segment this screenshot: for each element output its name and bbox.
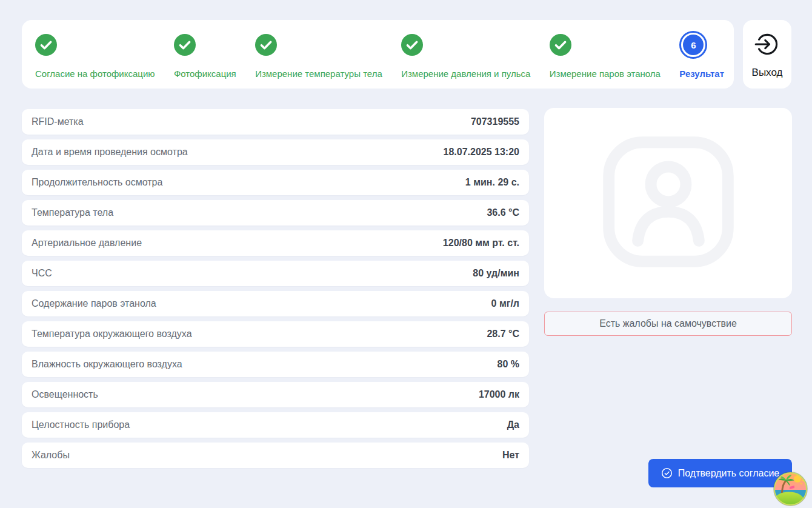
- active-step-circle: 6: [679, 31, 707, 59]
- result-row-label: ЧСС: [32, 268, 52, 279]
- result-row-value: Да: [507, 419, 519, 430]
- result-row-value: 1 мин. 29 с.: [465, 177, 519, 188]
- step-label: Результат: [679, 69, 724, 79]
- stepper-step-photo: Фотофиксация: [174, 30, 236, 89]
- stepper-step-consent: Согласие на фотофиксацию: [35, 30, 155, 89]
- result-row-label: Жалобы: [32, 450, 70, 461]
- result-row-label: Артериальное давление: [32, 238, 142, 249]
- result-row-value: 28.7 °C: [487, 329, 519, 339]
- user-photo-placeholder-icon: [592, 125, 745, 281]
- table-row: Артериальное давление 120/80 мм рт. ст.: [22, 230, 529, 256]
- result-row-label: Продолжительность осмотра: [32, 177, 162, 188]
- step-label: Измерение паров этанола: [550, 69, 661, 79]
- complaints-button[interactable]: Есть жалобы на самочувствие: [544, 312, 792, 336]
- exit-label: Выход: [752, 67, 783, 79]
- tropical-island-icon[interactable]: [773, 472, 808, 506]
- result-row-label: RFID-метка: [32, 116, 84, 127]
- table-row: RFID-метка 707319555: [22, 109, 529, 135]
- check-circle-icon: [255, 34, 277, 56]
- check-circle-icon: [174, 34, 196, 56]
- result-row-label: Влажность окружающего воздуха: [32, 359, 182, 370]
- confirm-consent-button[interactable]: Подтвердить согласие: [648, 459, 792, 487]
- logout-icon: [754, 31, 780, 60]
- table-row: Дата и время проведения осмотра 18.07.20…: [22, 139, 529, 165]
- table-row: Температура тела 36.6 °C: [22, 200, 529, 226]
- result-row-value: 36.6 °C: [487, 207, 519, 218]
- step-label: Фотофиксация: [174, 69, 236, 79]
- table-row: ЧСС 80 уд/мин: [22, 261, 529, 286]
- step-label: Согласие на фотофиксацию: [35, 69, 155, 79]
- result-row-label: Температура тела: [32, 207, 113, 218]
- stepper-card: Согласие на фотофиксацию Фотофиксация Из…: [22, 20, 734, 89]
- result-row-label: Температура окружающего воздуха: [32, 329, 192, 339]
- table-row: Целостность прибора Да: [22, 412, 529, 438]
- result-row-label: Дата и время проведения осмотра: [32, 147, 188, 158]
- photo-card: [544, 108, 792, 298]
- result-row-value: 80 уд/мин: [473, 268, 519, 279]
- result-row-value: 0 мг/л: [491, 298, 519, 309]
- stepper-step-ethanol: Измерение паров этанола: [550, 30, 661, 89]
- complaints-button-label: Есть жалобы на самочувствие: [599, 318, 737, 329]
- table-row: Содержание паров этанола 0 мг/л: [22, 291, 529, 316]
- result-row-value: 80 %: [498, 359, 519, 370]
- check-circle-outline-icon: [661, 467, 673, 479]
- result-row-label: Целостность прибора: [32, 419, 130, 430]
- step-label: Измерение температуры тела: [255, 69, 382, 79]
- stepper-step-pressure: Измерение давления и пульса: [401, 30, 530, 89]
- exit-button[interactable]: Выход: [743, 20, 791, 89]
- stepper-step-result-active: 6 Результат: [679, 30, 724, 89]
- active-step-number: 6: [683, 35, 704, 55]
- step-label: Измерение давления и пульса: [401, 69, 530, 79]
- table-row: Продолжительность осмотра 1 мин. 29 с.: [22, 170, 529, 195]
- confirm-button-label: Подтвердить согласие: [678, 468, 779, 479]
- result-row-value: Нет: [502, 450, 519, 461]
- results-table: RFID-метка 707319555 Дата и время провед…: [22, 109, 529, 473]
- table-row: Жалобы Нет: [22, 443, 529, 468]
- table-row: Температура окружающего воздуха 28.7 °C: [22, 321, 529, 347]
- result-row-value: 707319555: [471, 116, 519, 127]
- result-row-value: 120/80 мм рт. ст.: [443, 238, 519, 249]
- result-row-value: 17000 лк: [479, 389, 519, 400]
- table-row: Влажность окружающего воздуха 80 %: [22, 352, 529, 377]
- result-row-label: Содержание паров этанола: [32, 298, 156, 309]
- stepper-step-temperature: Измерение температуры тела: [255, 30, 382, 89]
- table-row: Освещенность 17000 лк: [22, 382, 529, 407]
- check-circle-icon: [550, 34, 571, 56]
- result-row-label: Освещенность: [32, 389, 98, 400]
- result-row-value: 18.07.2025 13:20: [444, 147, 519, 158]
- check-circle-icon: [35, 34, 57, 56]
- check-circle-icon: [401, 34, 423, 56]
